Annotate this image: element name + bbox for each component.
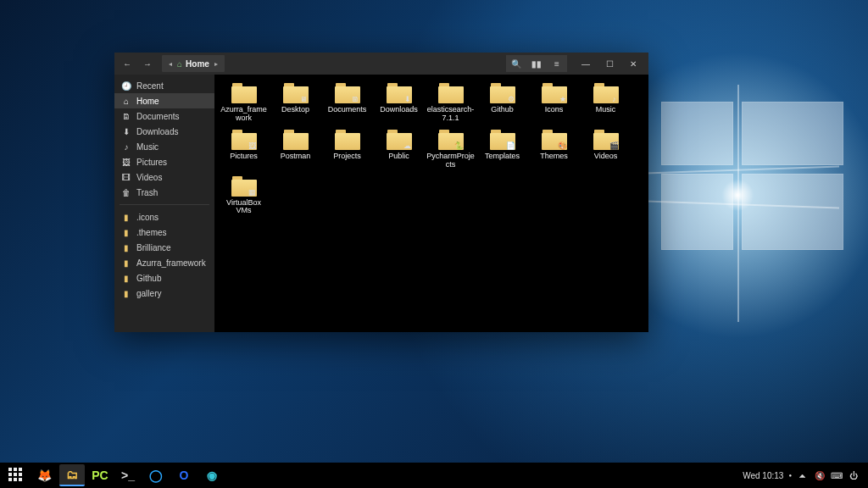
taskbar-apps: 🦊🗂PC>_◯O◉	[31, 464, 225, 486]
folder-item[interactable]: ☁Public	[373, 126, 425, 173]
sidebar-item-trash[interactable]: 🗑Trash	[114, 185, 214, 200]
folder-item[interactable]: Azurra_framework	[218, 80, 270, 126]
sidebar-item-recent[interactable]: 🕘Recent	[114, 78, 214, 93]
tray-icon[interactable]: 🔇	[814, 471, 826, 480]
back-button[interactable]: ←	[118, 55, 136, 72]
folder-item[interactable]: 🖼Pictures	[218, 126, 270, 173]
folder-item[interactable]: elasticsearch-7.1.1	[425, 80, 476, 126]
folder-icon	[231, 83, 257, 103]
sidebar-item-label: Downloads	[136, 127, 178, 136]
folder-item[interactable]: ▦VirtualBox VMs	[218, 173, 270, 219]
folder-item[interactable]: Projects	[321, 126, 373, 173]
sidebar-icon: 🗎	[121, 111, 131, 121]
path-bar[interactable]: ◂ ⌂ Home ▸	[162, 55, 225, 72]
sidebar-item-pictures[interactable]: 🖼Pictures	[114, 154, 214, 169]
sidebar-item-music[interactable]: ♪Music	[114, 139, 214, 154]
folder-icon: ★	[542, 83, 567, 103]
view-toggle-button[interactable]: ▮▮	[526, 55, 547, 72]
taskbar-app-terminal[interactable]: >_	[115, 464, 141, 486]
path-segment[interactable]: Home	[186, 59, 209, 69]
folder-icon: 🐍	[438, 130, 464, 150]
titlebar: ← → ◂ ⌂ Home ▸ 🔍 ▮▮ ≡ — ☐ ✕	[114, 53, 648, 75]
folder-item[interactable]: ⬇Downloads	[373, 80, 425, 126]
folder-label: Azurra_framework	[220, 106, 268, 123]
folder-icon: ▮	[121, 212, 131, 222]
folder-label: Public	[388, 152, 409, 161]
folder-overlay-icon: ⬇	[403, 94, 413, 104]
taskbar-app-settings[interactable]: ◯	[143, 464, 169, 486]
folder-icon: ▮	[121, 242, 131, 252]
folder-item[interactable]: 📄Templates	[476, 126, 528, 173]
clock[interactable]: Wed 10:13	[743, 471, 783, 480]
folder-item[interactable]: 🎨Themes	[528, 126, 580, 173]
menu-button[interactable]: ≡	[547, 55, 567, 72]
folder-overlay-icon: ▦	[248, 187, 258, 197]
taskbar-app-outlook[interactable]: O	[171, 464, 197, 486]
sidebar-bookmark[interactable]: ▮.themes	[114, 225, 214, 240]
sidebar-bookmark[interactable]: ▮.icons	[114, 209, 214, 225]
sidebar-item-label: Pictures	[136, 158, 167, 167]
search-button[interactable]: 🔍	[506, 55, 526, 72]
taskbar-app-pycharm[interactable]: PC	[87, 464, 113, 486]
tray-icon[interactable]: ⏶	[797, 471, 809, 480]
folder-item[interactable]: Postman	[270, 126, 321, 173]
folder-label: Themes	[540, 152, 568, 161]
folder-icon	[283, 130, 309, 150]
tray-icon[interactable]: ⌨	[831, 471, 843, 480]
media-icon: ◉	[207, 469, 217, 482]
sidebar-item-label: Brilliance	[136, 243, 171, 252]
sidebar-bookmark[interactable]: ▮Azurra_framework	[114, 255, 214, 270]
folder-label: elasticsearch-7.1.1	[426, 106, 475, 123]
folder-icon: 🖥	[283, 83, 309, 103]
path-next-icon[interactable]: ▸	[213, 60, 220, 68]
minimize-button[interactable]: —	[574, 55, 598, 72]
sidebar-item-home[interactable]: ⌂Home	[114, 93, 214, 108]
folder-view[interactable]: Azurra_framework🖥Desktop🗎Documents⬇Downl…	[214, 75, 648, 332]
folder-label: VirtualBox VMs	[220, 199, 268, 216]
sidebar-bookmark[interactable]: ▮gallery	[114, 286, 214, 301]
folder-item[interactable]: 🗎Documents	[321, 80, 373, 126]
sidebar-item-downloads[interactable]: ⬇Downloads	[114, 124, 214, 139]
folder-label: Desktop	[281, 106, 309, 114]
apps-menu-button[interactable]	[3, 464, 29, 486]
sidebar-icon: ⌂	[121, 96, 131, 106]
sidebar-bookmark[interactable]: ▮Github	[114, 270, 214, 286]
taskbar-app-media[interactable]: ◉	[199, 464, 225, 486]
sidebar-item-label: Recent	[136, 81, 164, 91]
folder-icon: ▦	[231, 176, 257, 197]
folder-overlay-icon: 📄	[506, 141, 516, 151]
tray-icon[interactable]: ⏻	[848, 471, 860, 480]
sidebar-icon: 🖼	[121, 157, 131, 167]
maximize-button[interactable]: ☐	[598, 55, 621, 72]
folder-label: Documents	[328, 106, 367, 114]
sidebar-item-videos[interactable]: 🎞Videos	[114, 169, 214, 185]
sidebar-icon: ⬇	[121, 126, 131, 136]
sidebar-icon: 🗑	[121, 187, 131, 197]
path-prev-icon[interactable]: ◂	[167, 60, 174, 68]
folder-overlay-icon: ☁	[403, 141, 413, 151]
sidebar-item-label: Home	[136, 97, 159, 106]
taskbar-app-firefox[interactable]: 🦊	[31, 464, 57, 486]
files-icon: 🗂	[66, 468, 78, 481]
folder-label: Music	[596, 106, 616, 114]
sidebar-item-documents[interactable]: 🗎Documents	[114, 108, 214, 124]
close-button[interactable]: ✕	[621, 55, 645, 72]
forward-button[interactable]: →	[138, 55, 157, 72]
folder-item[interactable]: ⚙Github	[476, 80, 528, 126]
apps-grid-icon	[8, 468, 24, 483]
folder-item[interactable]: 🖥Desktop	[270, 80, 321, 126]
folder-item[interactable]: ♪Music	[580, 80, 632, 126]
folder-item[interactable]: ★Icons	[528, 80, 580, 126]
folder-icon: ⚙	[490, 83, 515, 103]
sidebar-bookmark[interactable]: ▮Brilliance	[114, 240, 214, 255]
folder-icon: 📄	[490, 130, 515, 150]
folder-overlay-icon: ⚙	[506, 94, 516, 104]
outlook-icon: O	[180, 469, 189, 482]
sidebar-item-label: .themes	[136, 228, 167, 237]
folder-item[interactable]: 🎬Videos	[580, 126, 632, 173]
folder-label: Projects	[333, 152, 361, 161]
sidebar-separator	[120, 204, 209, 205]
pycharm-icon: PC	[92, 469, 108, 482]
taskbar-app-files[interactable]: 🗂	[59, 464, 85, 486]
folder-item[interactable]: 🐍PycharmProjects	[425, 126, 476, 173]
